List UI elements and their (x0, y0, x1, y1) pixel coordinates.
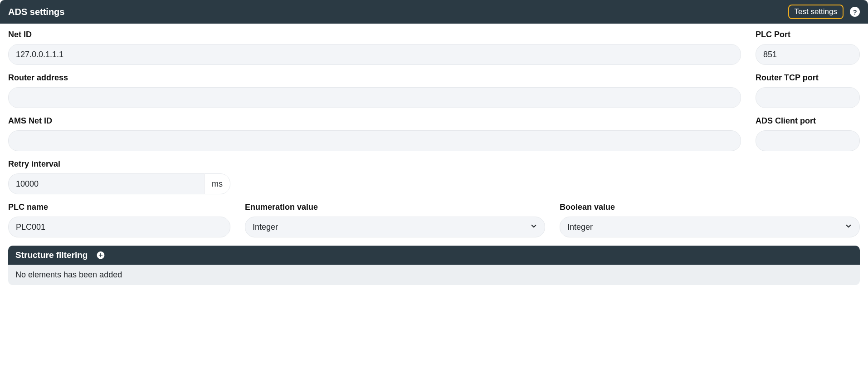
row-router: Router address Router TCP port (8, 73, 860, 108)
field-bool-value: Boolean value Integer (560, 202, 860, 237)
enum-value-select-wrap: Integer (245, 217, 545, 237)
field-ams-net-id: AMS Net ID (8, 116, 741, 151)
test-settings-button[interactable]: Test settings (788, 5, 844, 19)
enum-value-label: Enumeration value (245, 202, 545, 212)
plc-port-input[interactable] (756, 44, 860, 65)
router-tcp-port-input[interactable] (756, 87, 860, 108)
ads-client-port-input[interactable] (756, 130, 860, 151)
net-id-label: Net ID (8, 30, 741, 39)
panel-header: ADS settings Test settings ? (0, 0, 868, 24)
bool-value-label: Boolean value (560, 202, 860, 212)
help-icon[interactable]: ? (850, 7, 860, 17)
ads-client-port-label: ADS Client port (756, 116, 860, 126)
form-body: Net ID PLC Port Router address Router TC… (0, 24, 868, 237)
field-net-id: Net ID (8, 30, 741, 65)
panel-title: ADS settings (8, 7, 64, 17)
ads-settings-panel: ADS settings Test settings ? Net ID PLC … (0, 0, 868, 285)
retry-interval-group: ms (8, 173, 230, 194)
router-tcp-port-label: Router TCP port (756, 73, 860, 83)
header-actions: Test settings ? (788, 5, 860, 19)
plc-name-label: PLC name (8, 202, 230, 212)
router-address-label: Router address (8, 73, 741, 83)
field-router-tcp-port: Router TCP port (756, 73, 860, 108)
retry-interval-unit: ms (204, 173, 230, 194)
row-plc: PLC name Enumeration value Integer Boole… (8, 202, 860, 237)
plc-port-label: PLC Port (756, 30, 860, 39)
enum-value-select[interactable]: Integer (245, 217, 545, 237)
router-address-input[interactable] (8, 87, 741, 108)
structure-filtering-panel: Structure filtering No elements has been… (8, 246, 860, 285)
structure-filtering-empty: No elements has been added (8, 265, 860, 285)
retry-interval-label: Retry interval (8, 159, 230, 169)
net-id-input[interactable] (8, 44, 741, 65)
row-net-id: Net ID PLC Port (8, 30, 860, 65)
field-router-address: Router address (8, 73, 741, 108)
plus-circle-icon[interactable] (96, 250, 106, 260)
ams-net-id-input[interactable] (8, 130, 741, 151)
field-enum-value: Enumeration value Integer (245, 202, 545, 237)
field-plc-name: PLC name (8, 202, 230, 237)
field-retry-interval: Retry interval ms (8, 159, 230, 194)
bool-value-select-wrap: Integer (560, 217, 860, 237)
row-retry: Retry interval ms (8, 159, 860, 194)
field-ads-client-port: ADS Client port (756, 116, 860, 151)
retry-interval-input[interactable] (8, 173, 204, 194)
structure-filtering-title: Structure filtering (15, 250, 88, 260)
structure-filtering-header: Structure filtering (8, 246, 860, 265)
plc-name-input[interactable] (8, 217, 230, 237)
row-ams: AMS Net ID ADS Client port (8, 116, 860, 151)
bool-value-select[interactable]: Integer (560, 217, 860, 237)
ams-net-id-label: AMS Net ID (8, 116, 741, 126)
field-plc-port: PLC Port (756, 30, 860, 65)
